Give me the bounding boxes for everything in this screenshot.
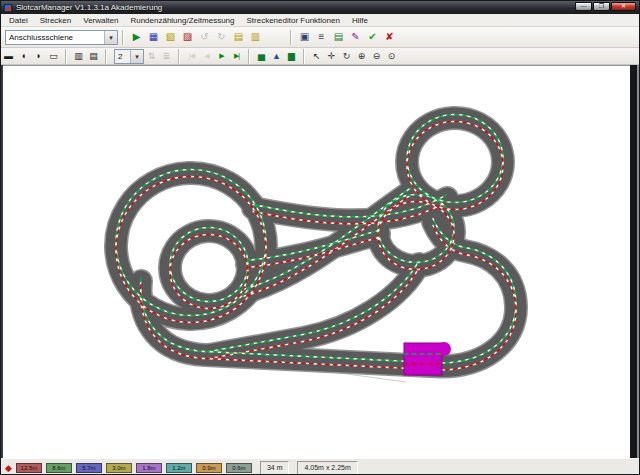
lap-list-button: ≣ <box>159 49 174 64</box>
cancel-button[interactable]: ✘ <box>381 29 398 45</box>
apply-button[interactable]: ✔ <box>364 29 381 45</box>
window-frame-right <box>630 65 637 458</box>
border-tool-button[interactable]: ▤ <box>86 49 101 64</box>
lap-statistics-icon: ▅ <box>258 48 265 64</box>
toolbar-separator <box>290 30 292 45</box>
toolbar-separator <box>122 30 124 45</box>
rotate-left-button: ↺ <box>196 29 213 45</box>
swap-piece-icon: ▧ <box>166 29 175 45</box>
zoom-out-button[interactable]: ⊖ <box>369 49 384 64</box>
border-tool-icon: ▤ <box>89 48 98 64</box>
piece-type-curve-right-icon: ◗ <box>36 48 41 64</box>
menu-verwalten[interactable]: Verwalten <box>77 15 124 26</box>
toolbar-main: Anschlussschiene ▾ ▶▦▧▨↺↻▤▥ ▣≡▤✎✔✘ <box>1 27 640 48</box>
application-window: SlotcarManager V1.1.3.1a Akademierung — … <box>0 0 640 475</box>
zoom-100-button[interactable]: ⊙ <box>384 49 399 64</box>
paint-track-icon: ✎ <box>351 29 359 45</box>
report-button[interactable]: ▆ <box>284 49 299 64</box>
cancel-icon: ✘ <box>385 29 393 45</box>
delete-piece-button[interactable]: ▨ <box>179 29 196 45</box>
piece-type-straight-button[interactable]: ▬ <box>1 49 16 64</box>
track-dimensions: 4.05m x 2.25m <box>297 461 357 475</box>
piece-length-legend: 12.5m8.6m5.7m3.0m1.8m1.2m0.9m0.6m <box>16 463 252 473</box>
layout-window-icon: ▣ <box>300 29 309 45</box>
menu-hilfe[interactable]: Hilfe <box>346 15 374 26</box>
piece-length-chip: 5.7m <box>76 463 102 473</box>
print-track-button[interactable]: ▤ <box>330 29 347 45</box>
select-button[interactable]: ↖ <box>309 49 324 64</box>
connector-piece-highlight[interactable] <box>404 343 442 375</box>
paste-piece-icon: ▥ <box>251 29 260 45</box>
go-last-button[interactable]: ▶| <box>229 49 244 64</box>
window-frame-left <box>1 65 3 458</box>
piece-length-chip: 0.6m <box>226 463 252 473</box>
chevron-down-icon: ▾ <box>130 50 143 63</box>
rotate-right-button: ↻ <box>213 29 230 45</box>
maximize-button[interactable]: ❐ <box>593 2 610 11</box>
paste-piece-button[interactable]: ▥ <box>247 29 264 45</box>
menu-rundenz-hlung-zeitmessung[interactable]: Rundenzählung/Zeitmessung <box>124 15 240 26</box>
play-button[interactable]: ▶ <box>214 49 229 64</box>
delete-piece-icon: ▨ <box>183 29 192 45</box>
piece-length-chip: 12.5m <box>16 463 42 473</box>
piece-type-curve-left-button[interactable]: ◖ <box>16 49 31 64</box>
lane-tool-button[interactable]: ▥ <box>71 49 86 64</box>
track-layout-drawing <box>3 66 630 459</box>
zoom-100-icon: ⊙ <box>388 48 396 64</box>
play-icon: ▶ <box>219 48 223 64</box>
refresh-button[interactable]: ↻ <box>339 49 354 64</box>
piece-type-special-icon: ▭ <box>49 48 58 64</box>
piece-list-button[interactable]: ≡ <box>313 29 330 45</box>
title-bar[interactable]: SlotcarManager V1.1.3.1a Akademierung — … <box>1 1 640 14</box>
chevron-down-icon[interactable]: ▾ <box>104 31 117 44</box>
insert-piece-button[interactable]: ▶ <box>128 29 145 45</box>
layout-window-button[interactable]: ▣ <box>296 29 313 45</box>
rotate-right-icon: ↻ <box>217 29 225 45</box>
insert-piece-icon: ▶ <box>133 29 141 45</box>
copy-piece-icon: ▤ <box>234 29 243 45</box>
copy-piece-button[interactable]: ▤ <box>230 29 247 45</box>
close-button[interactable]: ✕ <box>611 2 636 11</box>
lane-tool-icon: ▥ <box>74 48 83 64</box>
speed-chart-icon: ▲ <box>272 48 281 64</box>
edit-piece-button[interactable]: ▦ <box>145 29 162 45</box>
menu-datei[interactable]: Datei <box>3 15 34 26</box>
toolbar-separator <box>248 49 250 64</box>
zoom-in-button[interactable]: ⊕ <box>354 49 369 64</box>
go-prev-icon: ◀ <box>204 48 208 64</box>
measure-icon: ✛ <box>328 48 336 64</box>
paint-track-button[interactable]: ✎ <box>347 29 364 45</box>
lap-count-value: 2 <box>115 52 130 61</box>
track-status-icon: ◆ <box>5 463 12 473</box>
lap-list-icon: ≣ <box>163 48 171 64</box>
track-canvas[interactable] <box>3 65 630 458</box>
piece-length-chip: 1.8m <box>136 463 162 473</box>
menu-bar: DateiStreckenVerwaltenRundenzählung/Zeit… <box>1 14 640 27</box>
piece-type-special-button[interactable]: ▭ <box>46 49 61 64</box>
go-last-icon: ▶| <box>234 48 239 64</box>
menu-strecken[interactable]: Strecken <box>34 15 78 26</box>
speed-chart-button[interactable]: ▲ <box>269 49 284 64</box>
piece-list-icon: ≡ <box>319 29 325 45</box>
refresh-icon: ↻ <box>343 48 351 64</box>
report-icon: ▆ <box>288 48 295 64</box>
minimize-button[interactable]: — <box>575 2 592 11</box>
piece-selector-value: Anschlussschiene <box>6 33 104 42</box>
go-prev-button: ◀ <box>199 49 214 64</box>
go-first-icon: |◀ <box>189 48 194 64</box>
status-bar: ◆ 12.5m8.6m5.7m3.0m1.8m1.2m0.9m0.6m 34 m… <box>1 458 640 475</box>
piece-selector-combobox[interactable]: Anschlussschiene ▾ <box>5 30 118 45</box>
zoom-in-icon: ⊕ <box>358 48 366 64</box>
app-icon <box>4 4 12 12</box>
lap-up-down-button: ⇅ <box>144 49 159 64</box>
menu-streckeneditor-funktionen[interactable]: Streckeneditor Funktionen <box>240 15 345 26</box>
piece-type-curve-right-button[interactable]: ◗ <box>31 49 46 64</box>
piece-length-chip: 0.9m <box>196 463 222 473</box>
measure-button[interactable]: ✛ <box>324 49 339 64</box>
select-icon: ↖ <box>313 48 321 64</box>
lap-statistics-button[interactable]: ▅ <box>254 49 269 64</box>
lap-up-down-icon: ⇅ <box>148 48 156 64</box>
edit-piece-icon: ▦ <box>149 29 158 45</box>
toolbar-separator <box>65 49 67 64</box>
swap-piece-button[interactable]: ▧ <box>162 29 179 45</box>
